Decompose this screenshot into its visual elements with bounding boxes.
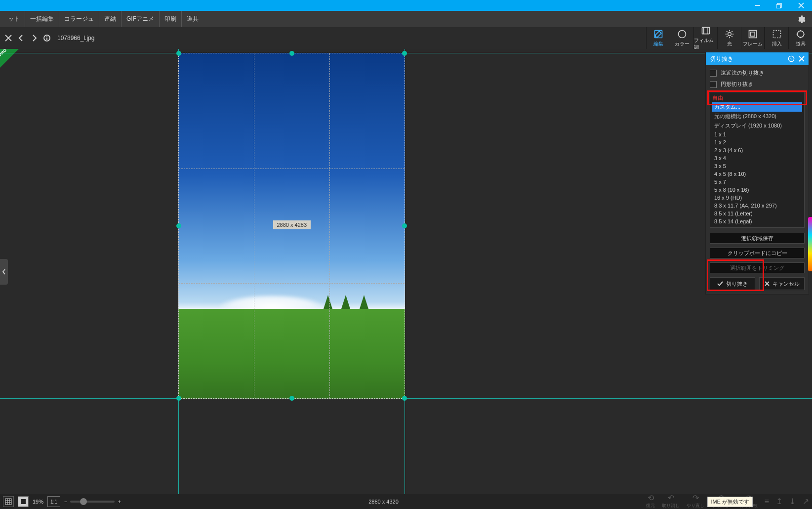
option-circle-crop[interactable]: 円形切り抜き: [710, 81, 805, 88]
crop-handle-tr[interactable]: [402, 51, 407, 56]
ratio-item[interactable]: 1 x 2: [712, 138, 802, 146]
menu-item-label: 印刷: [164, 15, 176, 23]
left-collapser[interactable]: [0, 259, 8, 285]
menu-item-5[interactable]: 印刷: [160, 11, 182, 27]
button-label: 選択領域保存: [741, 235, 773, 241]
nav-back-button[interactable]: [15, 27, 28, 49]
crop-handle-tl[interactable]: [176, 51, 181, 56]
menu-item-2[interactable]: コラージュ: [59, 11, 99, 27]
zoom-track[interactable]: [70, 501, 115, 503]
crop-handle-bm[interactable]: [289, 396, 294, 401]
pro-badge: PRO: [0, 49, 19, 68]
menu-item-label: ット: [8, 15, 20, 23]
zoom-thumb[interactable]: [80, 498, 87, 505]
crop-handle-ml[interactable]: [176, 223, 181, 228]
tool-tab-frame[interactable]: フレーム: [741, 27, 765, 49]
crop-confirm-button[interactable]: 切り抜き: [710, 277, 755, 290]
menu-item-6[interactable]: 道具: [182, 11, 203, 27]
option-label: 円形切り抜き: [721, 81, 753, 88]
ratio-item[interactable]: 2 x 3 (4 x 6): [712, 146, 802, 154]
crop-handle-br[interactable]: [402, 396, 407, 401]
close-file-button[interactable]: [2, 27, 15, 49]
svg-rect-18: [5, 499, 11, 505]
nav-forward-button[interactable]: [28, 27, 41, 49]
history-button[interactable]: ≡: [765, 498, 769, 506]
undo-button[interactable]: ↶取り消し: [662, 494, 680, 509]
aspect-ratio-list[interactable]: 自由 カスタム... 元の縦横比 (2880 x 4320) ディスプレイ (1…: [710, 92, 805, 228]
grid-toggle-button[interactable]: [3, 496, 14, 507]
ratio-item[interactable]: 3 x 4: [712, 154, 802, 162]
light-icon: [724, 29, 735, 39]
window-minimize-button[interactable]: [747, 0, 769, 11]
crop-grid-line: [179, 169, 405, 169]
zoom-actual-size-button[interactable]: 1:1: [47, 496, 60, 507]
zoom-slider[interactable]: − +: [64, 499, 121, 505]
ratio-item[interactable]: ディスプレイ (1920 x 1080): [712, 121, 802, 130]
panel-help-button[interactable]: ?: [788, 55, 795, 62]
icon-label: 復元: [646, 503, 655, 509]
share-button[interactable]: ↗: [803, 498, 809, 506]
copy-clipboard-button[interactable]: クリップボードにコピー: [710, 248, 805, 258]
ratio-item[interactable]: 1 x 1: [712, 130, 802, 138]
current-filename: 1078966_l.jpg: [57, 35, 94, 42]
crop-dimensions-badge: 2880 x 4283: [273, 220, 311, 229]
crop-cancel-button[interactable]: キャンセル: [759, 277, 805, 290]
settings-gear-button[interactable]: [793, 11, 809, 27]
menu-item-3[interactable]: 連結: [99, 11, 122, 27]
canvas-area[interactable]: PRO 2880 x 4283: [0, 49, 812, 494]
menu-item-label: コラージュ: [64, 15, 94, 23]
crop-handle-bl[interactable]: [176, 396, 181, 401]
svg-rect-14: [773, 30, 780, 38]
tool-tab-tools[interactable]: 道具: [788, 27, 812, 49]
export-button[interactable]: ↥: [776, 498, 782, 506]
tool-tab-light[interactable]: 光: [717, 27, 741, 49]
tool-tab-edit[interactable]: 編集: [646, 27, 670, 49]
window-close-button[interactable]: [790, 0, 812, 11]
save-selection-button[interactable]: 選択領域保存: [710, 233, 805, 244]
panel-close-button[interactable]: [799, 56, 805, 62]
menu-item-label: GIFアニメ: [126, 15, 154, 23]
save-button[interactable]: ⤓: [789, 498, 796, 506]
redo-icon: ↷: [692, 494, 699, 502]
tool-tab-label: 編集: [653, 41, 663, 47]
window-maximize-button[interactable]: [769, 0, 790, 11]
ratio-item[interactable]: 16 x 9 (HD): [712, 194, 802, 202]
tool-tab-insert[interactable]: 挿入: [765, 27, 788, 49]
crop-overlay[interactable]: 2880 x 4283: [178, 53, 405, 399]
zoom-minus-button[interactable]: −: [64, 499, 67, 505]
insert-icon: [771, 29, 783, 39]
download-icon: ⤓: [789, 498, 796, 506]
menu-item-0[interactable]: ット: [3, 11, 25, 27]
ratio-item[interactable]: 8.5 x 11 (Letter): [712, 210, 802, 217]
checkbox-icon: [710, 70, 717, 77]
tool-tab-color[interactable]: カラー: [670, 27, 693, 49]
ratio-item[interactable]: 5 x 8 (10 x 16): [712, 186, 802, 194]
crop-side-panel: 切り抜き ? 遠近法の切り抜き 円形切り抜き: [705, 52, 809, 295]
restore-button[interactable]: ⟲復元: [646, 494, 655, 509]
tool-tab-film[interactable]: フィルム調: [693, 27, 717, 49]
menu-item-1[interactable]: 一括編集: [25, 11, 59, 27]
window-titlebar: [0, 0, 812, 11]
crop-handle-tm[interactable]: [289, 51, 294, 56]
ratio-item[interactable]: 3 x 5: [712, 162, 802, 170]
tools-icon: [795, 29, 807, 39]
ratio-item[interactable]: 8.3 x 11.7 (A4, 210 x 297): [712, 202, 802, 210]
ratio-item[interactable]: 5 x 7: [712, 178, 802, 186]
canvas-bg-toggle-button[interactable]: [18, 496, 29, 507]
right-color-strip[interactable]: [808, 217, 812, 271]
file-info-button[interactable]: [41, 27, 53, 49]
crop-grid-line: [179, 283, 405, 284]
ratio-item[interactable]: 4 x 5 (8 x 10): [712, 170, 802, 178]
ime-status-tooltip: IME が無効です: [707, 497, 753, 507]
ratio-item-truncated[interactable]: 元の縦横比 (2880 x 4320): [712, 112, 802, 121]
menu-item-4[interactable]: GIFアニメ: [122, 11, 160, 27]
option-perspective-crop[interactable]: 遠近法の切り抜き: [710, 69, 805, 77]
ratio-item[interactable]: 8.5 x 14 (Legal): [712, 217, 802, 225]
ratio-item-selected[interactable]: カスタム...: [712, 102, 802, 112]
svg-point-11: [728, 32, 731, 36]
ratio-item-truncated-top: 自由: [712, 94, 802, 101]
option-label: 遠近法の切り抜き: [721, 69, 764, 77]
redo-button[interactable]: ↷やり直し: [687, 494, 704, 509]
svg-rect-8: [702, 27, 709, 34]
crop-handle-mr[interactable]: [402, 223, 407, 228]
